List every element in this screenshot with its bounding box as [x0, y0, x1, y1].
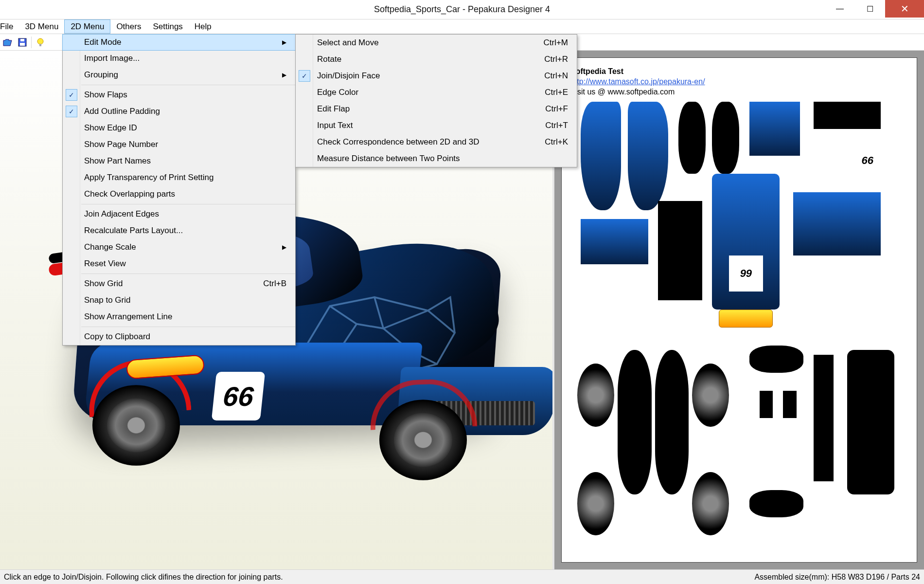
menu-item-label: Apply Transparency of Print Setting — [84, 173, 213, 182]
bulb-icon[interactable] — [34, 36, 47, 49]
part — [655, 350, 689, 494]
part — [749, 102, 800, 156]
menu-item-show-arrangement-line[interactable]: Show Arrangement Line — [63, 309, 295, 325]
part — [760, 391, 773, 418]
menu-item-copy-to-clipboard[interactable]: Copy to Clipboard — [63, 328, 295, 345]
status-size-info: Assembled size(mm): H58 W83 D196 / Parts… — [754, 573, 920, 582]
menu-item-show-flaps[interactable]: ✓Show Flaps — [63, 87, 295, 103]
menu-item-label: Select and Move — [317, 38, 379, 48]
menu-item-show-page-number[interactable]: Show Page Number — [63, 136, 295, 153]
maximize-button[interactable]: ☐ — [855, 0, 885, 18]
part — [628, 102, 668, 210]
part — [847, 350, 894, 494]
part-wheel — [692, 364, 729, 427]
menu-settings[interactable]: Settings — [147, 19, 188, 34]
menu-item-label: Show Flaps — [84, 90, 127, 100]
menu-item-label: Reset View — [84, 259, 126, 269]
save-icon[interactable] — [16, 36, 29, 49]
menu-item-reset-view[interactable]: Reset View — [63, 256, 295, 272]
menu-item-show-grid[interactable]: Show GridCtrl+B — [63, 275, 295, 292]
menu-item-label: Check Correspondence between 2D and 3D — [317, 137, 480, 147]
menu-item-label: Snap to Grid — [84, 295, 130, 305]
menu-others[interactable]: Others — [110, 19, 147, 34]
menu-item-label: Check Overlapping parts — [84, 189, 175, 199]
menu-item-grouping[interactable]: Grouping▶ — [63, 67, 295, 83]
menu-3d-menu[interactable]: 3D Menu — [19, 19, 64, 34]
minimize-button[interactable]: — — [825, 0, 855, 18]
menu-item-join-adjacent-edges[interactable]: Join Adjacent Edges — [63, 206, 295, 222]
menu-item-label: Show Arrangement Line — [84, 312, 172, 322]
page-note-line: Visit us @ www.softpedia.com — [570, 87, 908, 97]
menu-shortcut: Ctrl+N — [544, 71, 568, 81]
menu-shortcut: Ctrl+F — [545, 104, 568, 114]
submenu-item-join-disjoin[interactable]: ✓Join/Disjoin FaceCtrl+N — [296, 68, 577, 84]
menu-separator — [81, 274, 295, 274]
wheel-front — [379, 400, 467, 480]
menu-separator — [81, 204, 295, 204]
submenu-arrow-icon: ▶ — [282, 244, 286, 251]
menu-item-label: Show Part Names — [84, 156, 151, 166]
menu-item-label: Join/Disjoin Face — [317, 71, 380, 81]
submenu-item-edge-color[interactable]: Edge ColorCtrl+E — [296, 84, 577, 101]
part — [658, 201, 702, 300]
toolbar-divider — [31, 36, 32, 48]
part-number-99: 99 — [729, 256, 763, 292]
page-note-line: Softpedia Test — [570, 67, 908, 77]
part — [712, 102, 739, 174]
menu-item-label: Join Adjacent Edges — [84, 209, 159, 219]
wheel-rear — [92, 385, 180, 466]
menu-item-change-scale[interactable]: Change Scale▶ — [63, 239, 295, 256]
svg-point-3 — [37, 38, 43, 44]
menu-2d-menu[interactable]: 2D Menu — [64, 19, 110, 34]
menu-shortcut: Ctrl+M — [543, 38, 568, 48]
menu-item-show-part-names[interactable]: Show Part Names — [63, 153, 295, 169]
menu-item-snap-to-grid[interactable]: Snap to Grid — [63, 292, 295, 309]
window-title: Softpedia_Sports_Car - Pepakura Designer… — [374, 4, 550, 15]
menu-file[interactable]: File — [0, 19, 19, 34]
titlebar: Softpedia_Sports_Car - Pepakura Designer… — [0, 0, 924, 19]
menu-item-import-image[interactable]: Import Image... — [63, 50, 295, 67]
menu-item-label: Grouping — [84, 70, 118, 80]
menu-item-label: Measure Distance between Two Points — [317, 154, 460, 164]
svg-rect-2 — [20, 39, 24, 41]
unfold-page[interactable]: Softpedia Test http://www.tamasoft.co.jp… — [561, 57, 917, 563]
submenu-item-edit-flap[interactable]: Edit FlapCtrl+F — [296, 101, 577, 117]
menu-item-add-outline-padding[interactable]: ✓Add Outline Padding — [63, 103, 295, 120]
submenu-item-rotate[interactable]: RotateCtrl+R — [296, 51, 577, 68]
unfold-parts: 66 99 — [570, 102, 908, 553]
check-icon: ✓ — [66, 89, 77, 101]
menu-item-edit-mode[interactable]: Edit Mode▶ — [62, 34, 296, 51]
menu-item-label: Show Page Number — [84, 140, 158, 149]
statusbar: Click an edge to Join/Disjoin. Following… — [0, 569, 924, 584]
menu-item-show-edge-id[interactable]: Show Edge ID — [63, 120, 295, 136]
part — [783, 391, 797, 418]
close-button[interactable]: ✕ — [885, 0, 924, 18]
menu-item-label: Edit Flap — [317, 104, 350, 114]
menu-item-label: Change Scale — [84, 242, 136, 252]
open-icon[interactable] — [1, 36, 15, 49]
menu-item-label: Edge Color — [317, 88, 358, 97]
svg-rect-1 — [20, 43, 25, 46]
menu-shortcut: Ctrl+T — [545, 121, 568, 130]
submenu-item-measure-distance[interactable]: Measure Distance between Two Points — [296, 150, 577, 167]
status-hint: Click an edge to Join/Disjoin. Following… — [4, 573, 283, 582]
part — [793, 192, 881, 256]
menu-help[interactable]: Help — [189, 19, 217, 34]
window-controls: — ☐ ✕ — [825, 0, 924, 19]
menubar: File 3D Menu 2D Menu Others Settings Hel… — [0, 19, 924, 34]
menu-item-recalculate-layout[interactable]: Recalculate Parts Layout... — [63, 222, 295, 239]
submenu-item-select-move[interactable]: Select and MoveCtrl+M — [296, 35, 577, 51]
door-number-66: 66 — [212, 372, 266, 420]
menu-item-label: Recalculate Parts Layout... — [84, 226, 183, 236]
2d-viewport[interactable]: Softpedia Test http://www.tamasoft.co.jp… — [554, 51, 924, 569]
part-wheel — [577, 472, 614, 535]
part — [581, 102, 621, 210]
menu-shortcut: Ctrl+K — [545, 137, 568, 147]
submenu-item-check-correspondence[interactable]: Check Correspondence between 2D and 3DCt… — [296, 134, 577, 150]
part — [749, 346, 803, 373]
menu-item-apply-transparency[interactable]: Apply Transparency of Print Setting — [63, 169, 295, 186]
submenu-item-input-text[interactable]: Input TextCtrl+T — [296, 117, 577, 134]
menu-shortcut: Ctrl+R — [544, 55, 568, 64]
menu-item-check-overlapping[interactable]: Check Overlapping parts — [63, 186, 295, 202]
page-note-link[interactable]: http://www.tamasoft.co.jp/pepakura-en/ — [570, 77, 705, 86]
